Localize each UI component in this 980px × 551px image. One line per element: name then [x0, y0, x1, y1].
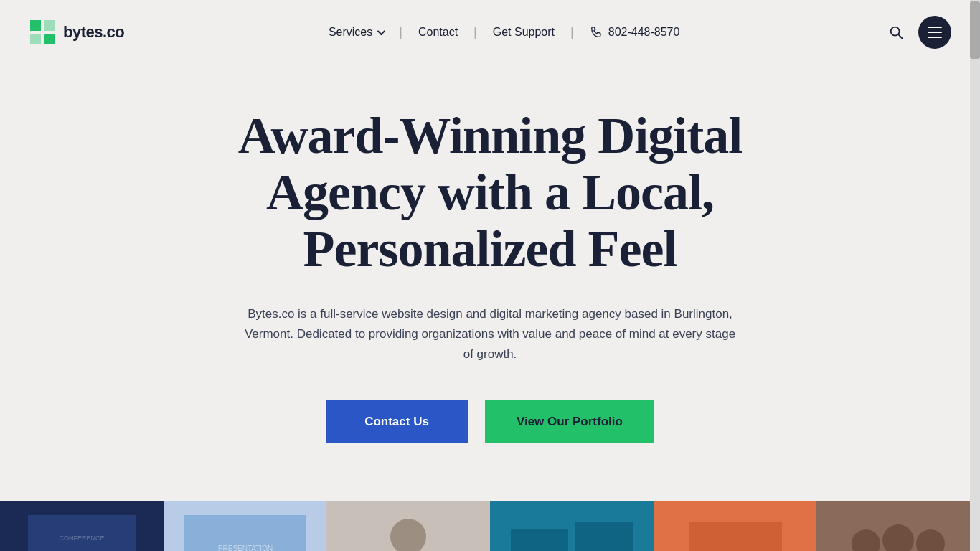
nav-services[interactable]: Services [313, 26, 399, 39]
hero-section: Award-Winning Digital Agency with a Loca… [0, 65, 980, 479]
hero-subtitle: Bytes.co is a full-service website desig… [239, 304, 741, 364]
hero-title: Award-Winning Digital Agency with a Loca… [210, 108, 770, 278]
svg-rect-7 [28, 515, 136, 551]
logo-text: bytes.co [63, 23, 124, 42]
svg-rect-3 [44, 34, 55, 44]
contact-us-button[interactable]: Contact Us [326, 400, 468, 443]
image-1: CONFERENCE [0, 501, 164, 551]
image-3 [326, 501, 490, 551]
image-6: TEAM [816, 501, 980, 551]
nav-get-support[interactable]: Get Support [477, 26, 570, 39]
nav-phone[interactable]: 802-448-8570 [574, 26, 696, 39]
svg-text:CONFERENCE: CONFERENCE [59, 534, 104, 542]
menu-button[interactable] [918, 16, 951, 49]
chevron-down-icon [377, 27, 385, 35]
image-5: ARTWORK [654, 501, 817, 551]
svg-rect-26 [689, 522, 782, 551]
svg-rect-23 [575, 522, 633, 551]
image-4: WORKSPACE [490, 501, 654, 551]
search-icon [888, 24, 904, 40]
svg-rect-0 [30, 20, 41, 31]
main-nav: bytes.co Services | Contact | Get Suppor… [0, 0, 980, 65]
phone-icon [590, 26, 603, 39]
nav-contact[interactable]: Contact [402, 26, 473, 39]
svg-rect-1 [44, 20, 55, 31]
hero-buttons: Contact Us View Our Portfolio [326, 400, 654, 443]
svg-text:PRESENTATION: PRESENTATION [217, 545, 272, 551]
menu-line-2 [928, 32, 942, 33]
menu-line-1 [928, 27, 942, 28]
image-2: PRESENTATION [164, 501, 327, 551]
nav-links: Services | Contact | Get Support | 802-4… [313, 25, 695, 40]
logo[interactable]: bytes.co [29, 19, 124, 46]
scrollbar-thumb[interactable] [970, 1, 980, 59]
menu-line-3 [928, 37, 942, 38]
svg-rect-2 [30, 34, 41, 44]
scrollbar-track[interactable] [970, 0, 980, 551]
image-strip: CONFERENCE PRESENTATION WORK [0, 501, 980, 551]
view-portfolio-button[interactable]: View Our Portfolio [485, 400, 654, 443]
nav-actions [884, 16, 951, 49]
svg-rect-22 [511, 529, 568, 551]
logo-icon [29, 19, 56, 46]
search-button[interactable] [884, 20, 908, 44]
